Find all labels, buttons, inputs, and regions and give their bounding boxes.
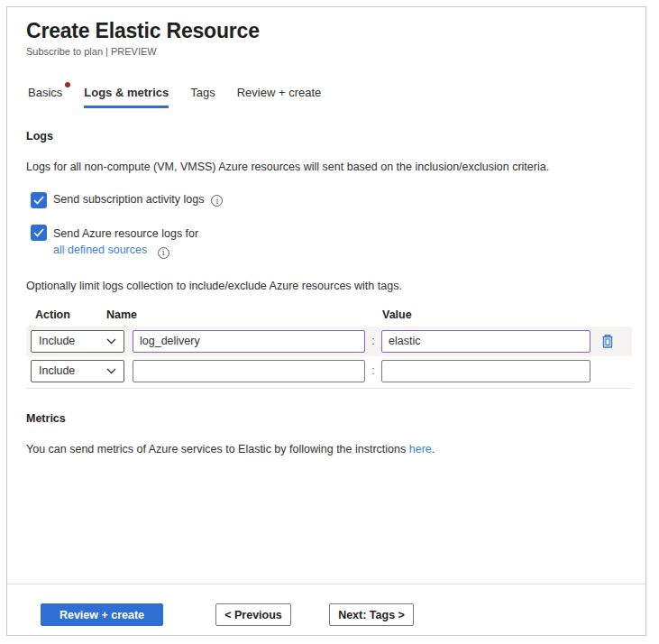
- action-select[interactable]: Include: [31, 330, 124, 353]
- tab-logs-metrics[interactable]: Logs & metrics: [84, 86, 169, 108]
- metrics-here-link[interactable]: here: [409, 443, 432, 455]
- tag-name-input[interactable]: [133, 330, 365, 353]
- name-value-separator: :: [371, 335, 375, 347]
- metrics-section-title: Metrics: [26, 412, 627, 425]
- action-column-header: Action: [35, 308, 106, 321]
- previous-button[interactable]: < Previous: [215, 603, 291, 626]
- footer-actions: Review + create < Previous Next: Tags >: [41, 603, 414, 626]
- activity-logs-row: Send subscription activity logs: [26, 192, 627, 208]
- tab-tags[interactable]: Tags: [190, 86, 215, 108]
- tag-filter-table: Action Name Value Include :: [26, 308, 627, 389]
- next-tags-button[interactable]: Next: Tags >: [329, 603, 414, 626]
- value-column-header: Value: [382, 308, 412, 321]
- table-bottom-divider: [26, 388, 632, 389]
- name-value-separator: :: [371, 364, 375, 377]
- chevron-down-icon: [106, 368, 116, 374]
- table-row: Include :: [26, 356, 632, 386]
- activity-logs-checkbox[interactable]: [31, 192, 47, 208]
- trash-icon: [600, 333, 615, 349]
- resource-logs-label: Send Azure resource logs for: [53, 227, 198, 240]
- tag-value-input[interactable]: [381, 330, 590, 353]
- tab-basics[interactable]: Basics: [28, 86, 62, 108]
- check-icon: [33, 196, 44, 205]
- resource-logs-checkbox[interactable]: [31, 225, 47, 241]
- error-dot-icon: [65, 82, 70, 87]
- page-subtitle: Subscribe to plan | PREVIEW: [26, 46, 627, 57]
- tag-name-input[interactable]: [133, 360, 365, 382]
- all-defined-sources-link[interactable]: all defined sources: [53, 244, 147, 256]
- resource-logs-row: Send Azure resource logs for all defined…: [26, 225, 627, 259]
- page-title: Create Elastic Resource: [26, 19, 627, 43]
- create-elastic-resource-panel: Create Elastic Resource Subscribe to pla…: [6, 6, 646, 636]
- filter-hint: Optionally limit logs collection to incl…: [26, 280, 627, 292]
- delete-row-button[interactable]: [599, 332, 617, 350]
- metrics-description: You can send metrics of Azure services t…: [26, 443, 627, 455]
- info-icon[interactable]: [158, 247, 169, 259]
- chevron-down-icon: [106, 338, 116, 345]
- review-create-button[interactable]: Review + create: [41, 603, 163, 626]
- logs-section-title: Logs: [26, 130, 627, 143]
- tag-table-header: Action Name Value: [26, 308, 627, 321]
- action-select[interactable]: Include: [31, 360, 124, 382]
- footer-divider: [7, 584, 645, 584]
- tab-review-create[interactable]: Review + create: [237, 86, 322, 108]
- name-column-header: Name: [106, 308, 382, 321]
- table-row: Include :: [26, 327, 632, 356]
- info-icon[interactable]: [211, 195, 223, 207]
- check-icon: [33, 228, 44, 237]
- logs-description: Logs for all non-compute (VM, VMSS) Azur…: [26, 161, 627, 173]
- tag-value-input[interactable]: [381, 360, 590, 382]
- activity-logs-label: Send subscription activity logs: [53, 193, 204, 206]
- tab-bar: Basics Logs & metrics Tags Review + crea…: [26, 86, 627, 108]
